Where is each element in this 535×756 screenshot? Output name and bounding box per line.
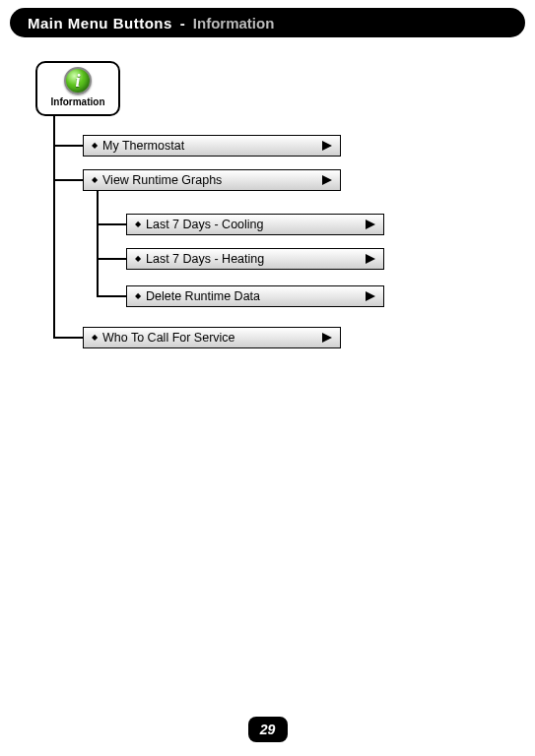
- svg-marker-0: [322, 141, 332, 151]
- chevron-right-icon: [364, 253, 377, 265]
- menu-label: View Runtime Graphs: [102, 173, 222, 187]
- menu-label: My Thermostat: [102, 139, 184, 153]
- bullet-icon: ◆: [135, 255, 141, 263]
- tree-line: [53, 179, 83, 181]
- bullet-icon: ◆: [92, 142, 98, 150]
- tree-line: [97, 223, 126, 225]
- menu-item-last7-heating[interactable]: ◆ Last 7 Days - Heating: [126, 248, 384, 270]
- chevron-right-icon: [320, 332, 334, 344]
- chevron-right-icon: [364, 219, 377, 230]
- information-icon: i: [64, 67, 92, 94]
- menu-item-delete-runtime-data[interactable]: ◆ Delete Runtime Data: [126, 285, 384, 307]
- tree-line: [53, 145, 83, 147]
- menu-label: Delete Runtime Data: [146, 289, 260, 303]
- svg-marker-2: [366, 220, 375, 229]
- menu-label: Last 7 Days - Heating: [146, 252, 264, 266]
- tree-line: [53, 116, 55, 339]
- chevron-right-icon: [320, 140, 334, 152]
- menu-item-my-thermostat[interactable]: ◆ My Thermostat: [83, 135, 341, 157]
- bullet-icon: ◆: [135, 292, 141, 300]
- menu-item-last7-cooling[interactable]: ◆ Last 7 Days - Cooling: [126, 214, 384, 235]
- information-root-node: i Information: [35, 61, 120, 116]
- page-number-badge: 29: [248, 717, 288, 742]
- svg-marker-4: [366, 291, 375, 301]
- menu-item-view-runtime-graphs[interactable]: ◆ View Runtime Graphs: [83, 169, 341, 191]
- tree-line: [97, 295, 126, 297]
- menu-item-who-to-call[interactable]: ◆ Who To Call For Service: [83, 327, 341, 348]
- tree-line: [97, 191, 99, 297]
- header-separator: -: [180, 15, 185, 32]
- bullet-icon: ◆: [92, 176, 98, 184]
- header-title-light: Information: [193, 15, 275, 32]
- bullet-icon: ◆: [92, 334, 98, 342]
- bullet-icon: ◆: [135, 220, 141, 228]
- chevron-right-icon: [364, 290, 377, 302]
- menu-label: Last 7 Days - Cooling: [146, 218, 264, 231]
- svg-marker-1: [322, 175, 332, 185]
- svg-marker-3: [366, 254, 375, 264]
- tree-line: [53, 337, 83, 339]
- chevron-right-icon: [320, 174, 334, 186]
- menu-label: Who To Call For Service: [102, 331, 235, 345]
- header-title-bold: Main Menu Buttons: [28, 15, 172, 32]
- information-root-label: Information: [37, 96, 118, 107]
- tree-line: [97, 258, 126, 260]
- page-number: 29: [260, 722, 276, 737]
- menu-tree: i Information ◆ My Thermostat ◆ View Run…: [35, 61, 489, 376]
- svg-marker-5: [322, 333, 332, 343]
- header-bar: Main Menu Buttons - Information: [10, 8, 525, 37]
